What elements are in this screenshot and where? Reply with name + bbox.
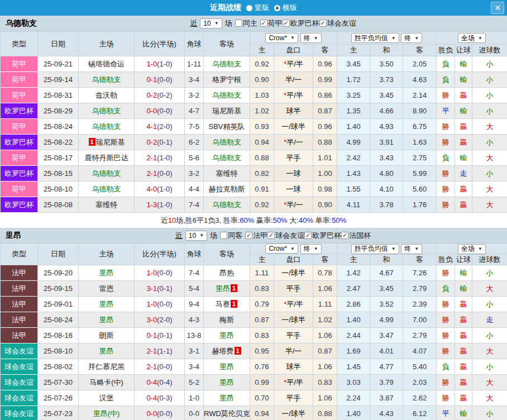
mean-odds-value: 2.39 <box>403 297 437 312</box>
result-cell: 小 <box>472 406 507 420</box>
result-cell: 輸 <box>455 103 472 119</box>
near-link[interactable]: 近 <box>175 231 183 241</box>
odds-final-dropdown[interactable]: 终▼ <box>300 33 322 43</box>
halftime-score: (0-1) <box>157 138 172 146</box>
corner-count: 3-4 <box>185 72 204 88</box>
section-bar-utrecht: 乌德勒支 近 10 ▼ 场 同主 荷甲欧罗巴杯球会友谊 <box>0 16 507 31</box>
league-checkbox[interactable] <box>304 232 312 239</box>
layout-radio-vertical[interactable]: 竖版 <box>246 3 269 13</box>
matches-body: 法甲25-09-20里昂1-0(0-0)7-4昂热1.11一/球半0.781.4… <box>1 265 507 420</box>
summary-part: 50% <box>273 216 288 225</box>
league-badge: 欧罗巴杯 <box>1 103 38 119</box>
odds-source-dropdown[interactable]: Crow*▼ <box>265 244 298 254</box>
result-cell: 小 <box>472 56 507 72</box>
match-row: 球会友谊25-08-10里昂2-1(1-1)3-1赫塔费10.95半/一0.87… <box>1 343 507 359</box>
match-score: 2-1(1-0) <box>135 150 185 166</box>
match-date: 25-08-08 <box>38 197 79 213</box>
match-date: 25-08-02 <box>38 359 79 375</box>
recent-results-panel: 近期战绩 竖版 横版 ✕ 乌德勒支 近 10 ▼ 场 同主 荷甲欧罗巴杯球会友谊 <box>0 0 507 420</box>
handicap-text: 球半 <box>286 107 301 115</box>
same-venue-filter[interactable]: 同主 <box>235 18 257 28</box>
league-checkbox[interactable] <box>341 232 348 239</box>
result-mark: 勝 <box>442 331 449 340</box>
result-cell: 大 <box>472 182 507 197</box>
mean-odds-value: 3.52 <box>370 297 403 312</box>
red-card-badge: 1 <box>89 138 95 146</box>
mean-odds-value: 1.40 <box>337 119 370 135</box>
league-badge: 法甲 <box>1 281 38 297</box>
league-checkbox[interactable] <box>283 20 290 27</box>
league-filter[interactable]: 法国杯 <box>341 231 371 241</box>
same-venue-checkbox[interactable] <box>220 232 227 239</box>
odds-away-value: 0.86 <box>313 88 337 103</box>
handicap-text: 平手 <box>286 394 301 402</box>
odds-group-header: Crow*▼ 终▼ <box>250 32 337 45</box>
match-count-dropdown[interactable]: 10 ▼ <box>185 231 207 241</box>
league-checkbox[interactable] <box>245 232 252 239</box>
result-cell: 輸 <box>455 281 472 297</box>
team-name-text: 赫拉克勒斯 <box>209 185 245 193</box>
league-filter[interactable]: 荷甲 <box>260 18 283 28</box>
mean-odds-dropdown[interactable]: 胜平负均值▼ <box>351 33 399 43</box>
close-icon[interactable]: ✕ <box>491 2 504 14</box>
result-mark: 勝 <box>442 185 449 193</box>
handicap-value: 平手 <box>274 390 313 406</box>
result-cell: 負 <box>437 150 455 166</box>
result-mark: 小 <box>486 60 494 68</box>
corner-count: 7-4 <box>185 197 204 213</box>
handicap-value: 半/一 <box>274 343 313 359</box>
result-mark: 小 <box>486 169 494 178</box>
league-filter[interactable]: 欧罗巴杯 <box>304 231 341 241</box>
league-filter[interactable]: 法甲 <box>245 231 267 241</box>
mean-odds-dropdown[interactable]: 胜平负均值▼ <box>351 244 399 254</box>
home-team: 乌德勒支 <box>79 103 135 119</box>
result-cell: 贏 <box>455 197 472 213</box>
mean-final-dropdown[interactable]: 终▼ <box>401 33 422 43</box>
match-date: 25-09-14 <box>38 72 79 88</box>
result-cell: 大 <box>472 375 507 390</box>
radio-icon[interactable] <box>274 5 280 11</box>
corner-count: 4-3 <box>185 312 204 328</box>
match-row: 法甲25-09-01里昂1-0(0-0)9-4马赛10.79*平/半1.112.… <box>1 297 507 312</box>
league-checkbox[interactable] <box>260 20 267 27</box>
match-count-dropdown[interactable]: 10 ▼ <box>200 18 222 28</box>
league-checkbox[interactable] <box>319 20 327 27</box>
filter-controls: 近 10 ▼ 场 同客 法甲球会友谊欧罗巴杯法国杯 <box>175 231 371 241</box>
chevron-down-icon: ▼ <box>314 246 318 251</box>
result-cell: 贏 <box>455 135 472 150</box>
fulltime-dropdown[interactable]: 全场▼ <box>458 244 486 254</box>
match-date: 25-08-24 <box>38 312 79 328</box>
near-link[interactable]: 近 <box>190 18 197 28</box>
odds-final-dropdown[interactable]: 终▼ <box>300 244 322 254</box>
summary-part: 50% <box>332 216 346 225</box>
halftime-score: (1-0) <box>157 201 172 209</box>
team-title: 乌德勒支 <box>6 18 37 28</box>
result-mark: 負 <box>442 154 449 162</box>
same-venue-checkbox[interactable] <box>235 20 242 27</box>
result-cell: 小 <box>472 166 507 182</box>
result-cell: 小 <box>472 135 507 150</box>
team-name-text: 乌德勒支 <box>92 169 121 178</box>
match-row: 荷甲25-09-14乌德勒支0-1(0-0)3-4格罗宁根0.90半/一0.99… <box>1 72 507 88</box>
layout-radio-horizontal[interactable]: 横版 <box>274 3 297 13</box>
mean-odds-value: 3.25 <box>337 88 370 103</box>
odds-source-dropdown[interactable]: Crow*▼ <box>265 33 298 43</box>
match-row: 荷甲25-08-17鹿特丹斯巴达2-1(1-0)5-6乌德勒支0.88平手1.0… <box>1 150 507 166</box>
mean-odds-value: 4.67 <box>370 265 403 281</box>
mean-final-dropdown[interactable]: 终▼ <box>401 244 422 254</box>
match-row: 球会友谊25-07-30马略卡(中)0-4(0-4)5-2里昂0.99*平/半0… <box>1 375 507 390</box>
radio-icon[interactable] <box>246 5 252 11</box>
fulltime-dropdown[interactable]: 全场▼ <box>458 33 486 43</box>
same-venue-filter[interactable]: 同客 <box>220 231 242 241</box>
league-filter[interactable]: 欧罗巴杯 <box>283 18 319 28</box>
league-checkbox[interactable] <box>267 232 275 239</box>
mean-odds-value: 3.45 <box>370 281 403 297</box>
match-row: 荷甲25-08-10乌德勒支4-0(1-0)4-4赫拉克勒斯0.91一球0.98… <box>1 182 507 197</box>
league-filters: 法甲球会友谊欧罗巴杯法国杯 <box>245 231 371 241</box>
league-filter[interactable]: 球会友谊 <box>267 231 304 241</box>
league-filter[interactable]: 球会友谊 <box>319 18 356 28</box>
match-score: 0-0(0-0) <box>135 103 185 119</box>
team-name-text: 朗斯 <box>99 331 114 340</box>
col-mean-home: 主 <box>337 45 370 56</box>
handicap-text: 平/半 <box>286 300 303 308</box>
